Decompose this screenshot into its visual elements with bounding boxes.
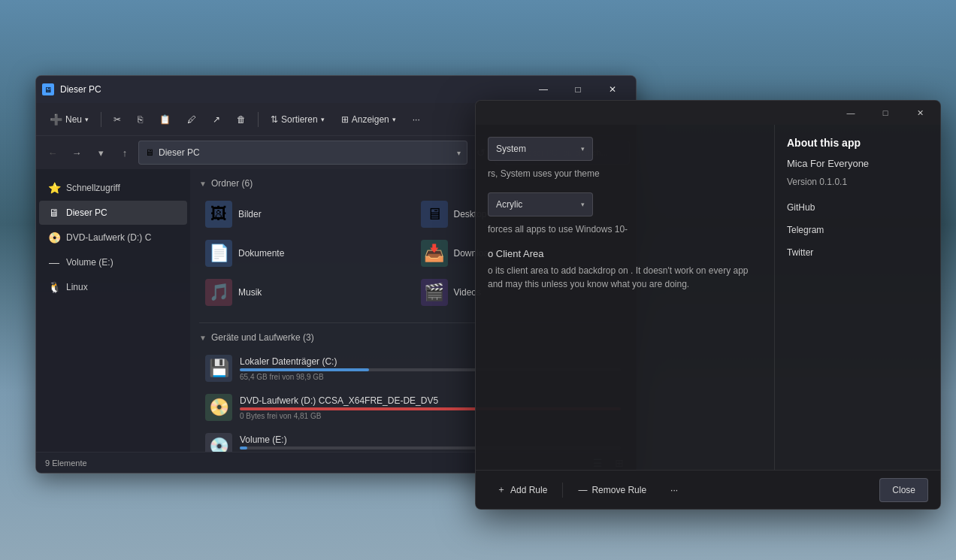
view-label: Anzeigen: [352, 114, 389, 125]
new-chevron-icon: ▾: [85, 116, 89, 123]
folder-desktop-icon: 🖥: [421, 201, 448, 228]
drive-e-bar-fill: [240, 446, 247, 450]
rename-button[interactable]: 🖊: [180, 107, 204, 132]
mica-bottom-toolbar: ＋ Add Rule — Remove Rule ··· Close: [476, 470, 940, 509]
sidebar-item-dieser-pc[interactable]: 🖥 Dieser PC: [39, 201, 187, 225]
add-rule-icon: ＋: [497, 483, 506, 496]
mica-maximize-button[interactable]: □: [868, 101, 903, 125]
mica-window: — □ ✕ System ▾ rs, System uses your them…: [475, 100, 941, 510]
folder-musik-icon: 🎵: [205, 279, 232, 306]
dvd-icon: 📀: [48, 232, 60, 244]
extend-section: o Client Area o its client area to add b…: [488, 248, 762, 291]
cut-button[interactable]: ✂: [106, 107, 129, 132]
theme-config-section: System ▾ rs, System uses your theme: [488, 137, 762, 180]
paste-button[interactable]: 📋: [152, 107, 178, 132]
linux-icon: 🐧: [48, 281, 60, 293]
sort-button[interactable]: ⇅ Sortieren ▾: [263, 107, 332, 132]
backdrop-description: forces all apps to use Windows 10-: [488, 222, 762, 236]
folders-section-title: Ordner (6): [211, 178, 253, 189]
address-bar[interactable]: 🖥 Dieser PC ▾: [138, 141, 467, 165]
folder-musik[interactable]: 🎵 Musik: [199, 274, 412, 310]
delete-button[interactable]: 🗑: [229, 107, 253, 132]
explorer-window-icon: 🖥: [42, 83, 54, 95]
theme-chevron-icon: ▾: [581, 145, 585, 153]
view-chevron-icon: ▾: [392, 116, 396, 123]
backdrop-dropdown-label: Acrylic: [496, 199, 522, 210]
folder-dokumente-icon: 📄: [205, 240, 232, 267]
sidebar-label-linux: Linux: [66, 282, 88, 292]
sidebar-item-linux[interactable]: 🐧 Linux: [39, 275, 187, 299]
explorer-close-button[interactable]: ✕: [595, 77, 630, 101]
about-version: Version 0.1.0.1: [787, 177, 928, 187]
backdrop-dropdown[interactable]: Acrylic ▾: [488, 192, 593, 216]
expand-nav-button[interactable]: ▾: [90, 142, 111, 163]
extend-label: o Client Area: [488, 248, 762, 259]
paste-icon: 📋: [159, 114, 171, 125]
sort-icon: ⇅: [271, 114, 278, 125]
remove-rule-button[interactable]: — Remove Rule: [569, 478, 655, 502]
explorer-maximize-button[interactable]: □: [561, 77, 595, 101]
drives-section-title: Geräte und Laufwerke (3): [211, 332, 314, 343]
more-options-button[interactable]: ···: [661, 478, 687, 502]
drives-chevron-icon: ▼: [199, 334, 207, 342]
copy-icon: ⎘: [138, 114, 143, 125]
drive-e-icon: 💿: [205, 433, 232, 452]
add-rule-button[interactable]: ＋ Add Rule: [488, 478, 556, 502]
more-icon: ···: [413, 114, 420, 125]
address-chevron-icon[interactable]: ▾: [457, 149, 461, 157]
mica-minimize-button[interactable]: —: [833, 101, 868, 125]
address-path: Dieser PC: [159, 147, 452, 158]
theme-dropdown-wrap: System ▾: [488, 137, 762, 161]
status-items-count: 9 Elemente: [45, 459, 87, 468]
pc-icon: 🖥: [48, 207, 60, 219]
mica-body: System ▾ rs, System uses your theme Acry…: [476, 125, 940, 470]
new-icon: ➕: [50, 114, 62, 126]
drive-d-icon: 📀: [205, 394, 232, 421]
explorer-minimize-button[interactable]: —: [526, 77, 561, 101]
mica-close-button[interactable]: ✕: [903, 101, 937, 125]
sort-chevron-icon: ▾: [321, 116, 325, 123]
copy-button[interactable]: ⎘: [130, 107, 150, 132]
folder-bilder[interactable]: 🖼 Bilder: [199, 196, 412, 232]
about-link-telegram[interactable]: Telegram: [787, 222, 928, 238]
remove-rule-label: Remove Rule: [591, 485, 646, 495]
forward-button[interactable]: →: [66, 142, 87, 163]
star-icon: ⭐: [48, 182, 60, 194]
extend-description: o its client area to add backdrop on . I…: [488, 264, 762, 291]
about-app-name: Mica For Everyone: [787, 158, 928, 169]
explorer-sidebar: ⭐ Schnellzugriff 🖥 Dieser PC 📀 DVD-Laufw…: [36, 169, 190, 452]
titlebar-controls: — □ ✕: [526, 77, 630, 101]
new-label: Neu: [65, 114, 82, 125]
sidebar-label-dieser-pc: Dieser PC: [66, 207, 107, 218]
backdrop-config-section: Acrylic ▾ forces all apps to use Windows…: [488, 192, 762, 236]
sidebar-item-schnellzugriff[interactable]: ⭐ Schnellzugriff: [39, 176, 187, 200]
remove-rule-icon: —: [578, 485, 587, 495]
share-button[interactable]: ↗: [205, 107, 228, 132]
more-options-icon: ···: [670, 485, 678, 495]
back-button[interactable]: ←: [42, 142, 63, 163]
sort-label: Sortieren: [281, 114, 318, 125]
new-button[interactable]: ➕ Neu ▾: [42, 107, 96, 132]
share-icon: ↗: [213, 114, 220, 125]
folder-bilder-icon: 🖼: [205, 201, 232, 228]
theme-dropdown[interactable]: System ▾: [488, 137, 593, 161]
folder-dokumente-label: Dokumente: [238, 248, 284, 259]
sidebar-item-dvd[interactable]: 📀 DVD-Laufwerk (D:) C: [39, 226, 187, 250]
about-link-github[interactable]: GitHub: [787, 199, 928, 216]
delete-icon: 🗑: [237, 114, 246, 125]
about-link-twitter[interactable]: Twitter: [787, 244, 928, 261]
mica-bottom-close-button[interactable]: Close: [879, 478, 928, 502]
sidebar-item-volume-e[interactable]: — Volume (E:): [39, 250, 187, 274]
more-button[interactable]: ···: [405, 107, 428, 132]
add-rule-label: Add Rule: [510, 485, 547, 495]
about-title: About this app: [787, 137, 928, 149]
up-button[interactable]: ↑: [114, 142, 135, 163]
backdrop-chevron-icon: ▾: [581, 201, 585, 208]
drive-c-bar-fill: [240, 368, 369, 371]
explorer-title: Dieser PC: [60, 84, 526, 95]
view-button[interactable]: ⊞ Anzeigen ▾: [334, 107, 404, 132]
explorer-titlebar: 🖥 Dieser PC — □ ✕: [36, 76, 636, 103]
rename-icon: 🖊: [187, 114, 196, 125]
folder-dokumente[interactable]: 📄 Dokumente: [199, 235, 412, 271]
address-pc-icon: 🖥: [145, 147, 154, 158]
